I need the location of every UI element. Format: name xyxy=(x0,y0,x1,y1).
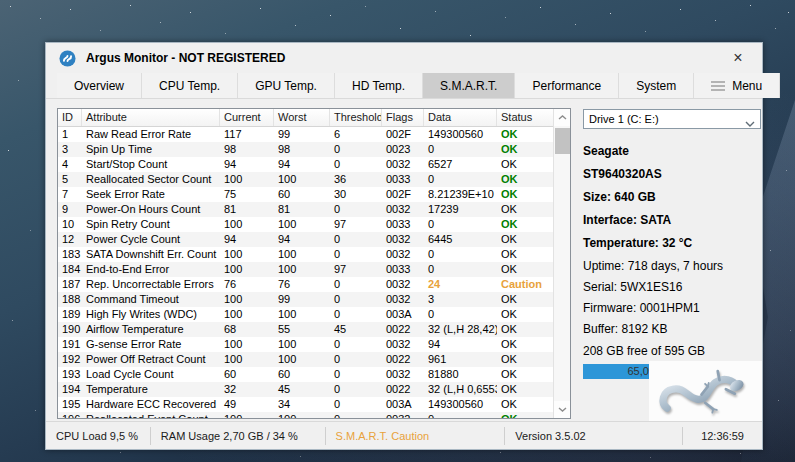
cell-attribute: Load Cycle Count xyxy=(82,367,220,382)
table-row[interactable]: 4Start/Stop Count9494000326527OK xyxy=(58,157,555,172)
tab-performance[interactable]: Performance xyxy=(515,73,619,98)
vertical-scrollbar[interactable] xyxy=(553,109,570,418)
table-row[interactable]: 189High Fly Writes (WDC)1001000003A0OK xyxy=(58,307,555,322)
desktop-background: Argus Monitor - NOT REGISTERED × Overvie… xyxy=(0,0,795,462)
cell-flags: 0033 xyxy=(382,262,424,277)
table-row[interactable]: 191G-sense Error Rate1001000003294OK xyxy=(58,337,555,352)
drive-select-dropdown[interactable]: Drive 1 (C: E:) xyxy=(583,109,761,129)
cell-status: OK xyxy=(497,307,555,322)
table-row[interactable]: 188Command Timeout10099000323OK xyxy=(58,292,555,307)
cell-data: 32 (L,H 0,6553 xyxy=(424,382,497,397)
cell-status: OK xyxy=(497,292,555,307)
cell-worst: 94 xyxy=(274,157,330,172)
cell-data: 6445 xyxy=(424,232,497,247)
cell-worst: 100 xyxy=(274,262,330,277)
cell-status: OK xyxy=(497,352,555,367)
cell-status: OK xyxy=(497,397,555,412)
cell-threshold: 0 xyxy=(330,352,382,367)
column-header-worst[interactable]: Worst xyxy=(274,109,330,126)
table-row[interactable]: 190Airflow Temperature685545002232 (L,H … xyxy=(58,322,555,337)
column-header-threshold[interactable]: Threshold xyxy=(330,109,382,126)
cell-flags: 0033 xyxy=(382,172,424,187)
cell-data: 6527 xyxy=(424,157,497,172)
cell-id: 183 xyxy=(58,247,82,262)
table-row[interactable]: 183SATA Downshift Err. Count100100000320… xyxy=(58,247,555,262)
column-header-data[interactable]: Data xyxy=(424,109,497,126)
close-button[interactable]: × xyxy=(722,46,754,70)
cell-status: OK xyxy=(497,367,555,382)
table-row[interactable]: 192Power Off Retract Count10010000022961… xyxy=(58,352,555,367)
cell-status: OK xyxy=(497,202,555,217)
cell-threshold: 0 xyxy=(330,247,382,262)
cell-threshold: 0 xyxy=(330,412,382,418)
table-row[interactable]: 12Power Cycle Count9494000326445OK xyxy=(58,232,555,247)
table-row[interactable]: 7Seek Error Rate756030002F8.21239E+10OK xyxy=(58,187,555,202)
cell-current: 81 xyxy=(220,202,274,217)
smart-attribute-table[interactable]: IDAttributeCurrentWorstThresholdFlagsDat… xyxy=(57,108,571,419)
cell-current: 100 xyxy=(220,217,274,232)
table-row[interactable]: 194Temperature32450002232 (L,H 0,6553OK xyxy=(58,382,555,397)
table-row[interactable]: 187Rep. Uncorrectable Errors76760003224C… xyxy=(58,277,555,292)
scrollbar-up-icon[interactable] xyxy=(554,109,570,126)
cell-current: 94 xyxy=(220,232,274,247)
cell-current: 76 xyxy=(220,277,274,292)
tab-gpu-temp[interactable]: GPU Temp. xyxy=(238,73,335,98)
status-segment-12-36-59: 12:36:59 xyxy=(683,427,762,445)
cell-data: 0 xyxy=(424,142,497,157)
drive-info-panel: Drive 1 (C: E:) SeagateST9640320ASSize: … xyxy=(583,109,763,379)
status-segment-version: Version 3.5.02 xyxy=(505,427,683,445)
cell-threshold: 0 xyxy=(330,307,382,322)
cell-worst: 76 xyxy=(274,277,330,292)
cell-current: 68 xyxy=(220,322,274,337)
cell-worst: 99 xyxy=(274,292,330,307)
cell-data: 3 xyxy=(424,292,497,307)
tab-cpu-temp[interactable]: CPU Temp. xyxy=(142,73,238,98)
status-segment-s-m-a-r-t: S.M.A.R.T. Caution xyxy=(326,427,506,445)
table-row[interactable]: 195Hardware ECC Recovered49340003A149300… xyxy=(58,397,555,412)
tab-menu[interactable]: Menu xyxy=(694,73,780,98)
scrollbar-thumb[interactable] xyxy=(555,128,570,154)
cell-id: 189 xyxy=(58,307,82,322)
cell-status: OK xyxy=(497,187,555,202)
table-row[interactable]: 10Spin Retry Count1001009700330OK xyxy=(58,217,555,232)
cell-worst: 99 xyxy=(274,127,330,142)
tab-hd-temp[interactable]: HD Temp. xyxy=(335,73,423,98)
cell-id: 184 xyxy=(58,262,82,277)
cell-current: 100 xyxy=(220,337,274,352)
column-header-status[interactable]: Status xyxy=(497,109,555,126)
tab-s-m-a-r-t[interactable]: S.M.A.R.T. xyxy=(423,73,515,98)
title-bar: Argus Monitor - NOT REGISTERED × xyxy=(46,43,762,73)
cell-data: 24 xyxy=(424,277,497,292)
table-row[interactable]: 9Power-On Hours Count81810003217239OK xyxy=(58,202,555,217)
table-row[interactable]: 193Load Cycle Count60600003281880OK xyxy=(58,367,555,382)
cell-worst: 60 xyxy=(274,367,330,382)
scrollbar-down-icon[interactable] xyxy=(554,401,570,418)
table-row[interactable]: 1Raw Read Error Rate117996002F149300560O… xyxy=(58,127,555,142)
cell-status: OK xyxy=(497,337,555,352)
hamburger-menu-icon xyxy=(711,81,725,91)
table-row[interactable]: 184End-to-End Error1001009700330OK xyxy=(58,262,555,277)
cell-worst: 94 xyxy=(274,232,330,247)
cell-id: 5 xyxy=(58,172,82,187)
cell-current: 100 xyxy=(220,292,274,307)
column-header-current[interactable]: Current xyxy=(220,109,274,126)
cell-attribute: Rep. Uncorrectable Errors xyxy=(82,277,220,292)
column-header-attribute[interactable]: Attribute xyxy=(82,109,220,126)
drive-field: Buffer: 8192 KB xyxy=(583,323,763,335)
cell-worst: 100 xyxy=(274,217,330,232)
table-row[interactable]: 5Reallocated Sector Count1001003600330OK xyxy=(58,172,555,187)
column-header-id[interactable]: ID xyxy=(58,109,82,126)
cell-id: 196 xyxy=(58,412,82,418)
tab-system[interactable]: System xyxy=(619,73,694,98)
drive-field: Interface: SATA xyxy=(583,214,763,226)
tab-label: GPU Temp. xyxy=(255,79,317,93)
tab-overview[interactable]: Overview xyxy=(57,73,142,98)
cell-status: OK xyxy=(497,172,555,187)
table-row[interactable]: 196Reallocated Event Count100100000320OK xyxy=(58,412,555,418)
cell-status: OK xyxy=(497,127,555,142)
cell-worst: 98 xyxy=(274,142,330,157)
column-header-flags[interactable]: Flags xyxy=(382,109,424,126)
table-row[interactable]: 3Spin Up Time9898000230OK xyxy=(58,142,555,157)
cell-attribute: High Fly Writes (WDC) xyxy=(82,307,220,322)
cell-worst: 100 xyxy=(274,307,330,322)
